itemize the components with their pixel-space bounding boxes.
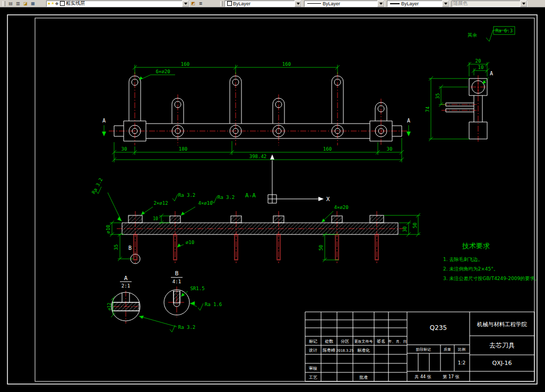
section-label: A-A — [245, 192, 256, 199]
surface-note-value: Ra 6.3 — [496, 28, 513, 33]
detail-b-scale: 4:1 — [172, 279, 181, 284]
chevron-down-icon[interactable] — [182, 1, 189, 7]
chevron-down-icon[interactable] — [295, 1, 301, 7]
dim-50-right-side: 50 — [412, 223, 418, 229]
detail-a-ra: Ra 3.2 — [178, 325, 196, 330]
detail-callout-a: A — [490, 71, 493, 76]
tb-check: 审核 — [309, 366, 317, 371]
layer-combo-value: 粗实线层 — [66, 0, 182, 7]
tb-date-value: 2018.3.25 — [336, 349, 353, 353]
tb-approve: 批准 — [359, 375, 368, 380]
tb-weight: 质量 — [444, 347, 451, 352]
y-axis-arrow — [270, 154, 274, 160]
layer-color-swatch[interactable] — [60, 1, 65, 6]
tech-req-item-1: 1. 去除毛刺飞边。 — [443, 257, 482, 262]
toolbar-grip[interactable] — [3, 1, 5, 6]
dim-4x10: 4×∅10 — [198, 201, 212, 206]
dim-35: 35 — [435, 93, 440, 99]
linetype-combo-value: ByLayer — [323, 1, 377, 6]
detail-callout-b: B — [128, 245, 132, 251]
plotstyle-combo-value: 随颜色 — [453, 0, 520, 7]
chevron-down-icon[interactable] — [520, 1, 527, 7]
dim-50-pin: 50 — [318, 245, 324, 251]
tb-sheets-total: 共 44 张 — [414, 374, 431, 379]
tb-scale-value: 1:2 — [458, 360, 465, 365]
tb-school: 机械与材料工程学院 — [477, 321, 527, 327]
plotstyle-combo[interactable]: 随颜色 — [452, 1, 527, 7]
detail-a-scale: 2:1 — [122, 283, 130, 289]
dim-35-pin: 35 — [114, 245, 119, 250]
dim-total-length: 398.42 — [249, 154, 267, 159]
dimension-arrowheads — [102, 76, 486, 319]
dim-20: 20 — [475, 58, 481, 64]
detail-b-label: B — [175, 270, 179, 277]
dim-30-left: 30 — [122, 146, 127, 152]
layer-isolate-icon[interactable]: ≣ — [197, 1, 204, 7]
th-signature: 签名 — [377, 339, 385, 344]
layer-combo[interactable]: ● ☀ ◆ 粗实线层 — [46, 1, 189, 7]
cad-canvas[interactable]: 160 160 6×∅20 A A 30 180 160 30 398.42 2… — [0, 0, 545, 392]
surface-note-prefix: 其余 — [468, 32, 477, 38]
section-mark-a-left: A — [102, 118, 106, 124]
layer-tools-icon[interactable]: ▦ — [29, 1, 37, 7]
autocad-window: ▤ ▥ ◪ ▦ ● ☀ ◆ 粗实线层 ◩ ≣ ByLayer ByLayer B… — [0, 0, 545, 392]
linetype-sample-icon — [307, 3, 321, 4]
layer-properties-icon[interactable]: ▤ — [7, 1, 14, 7]
dim-d10-left: ∅10 — [106, 225, 111, 233]
dim-10: 10 — [478, 65, 484, 70]
tb-drawing-no: QXJ-16 — [492, 360, 512, 367]
layer-on-icon[interactable]: ● — [48, 2, 50, 6]
detail-b-sr: SR1.5 — [190, 286, 204, 291]
tech-req-title: 技术要求 — [462, 242, 490, 250]
section-pins — [134, 234, 378, 260]
tb-material: Q235 — [430, 324, 447, 332]
lineweight-sample-icon — [390, 3, 400, 4]
layer-lock-icon[interactable]: ◆ — [55, 2, 58, 6]
layer-previous-icon[interactable]: ◩ — [189, 1, 197, 7]
x-axis-arrow — [318, 197, 324, 201]
tb-sheet-no: 第 17 张 — [443, 374, 459, 379]
detail-b-ra: Ra 1.6 — [205, 302, 222, 307]
th-mark: 标记 — [309, 339, 317, 344]
color-swatch — [227, 1, 232, 6]
tech-req-item-3: 3. 未注公差尺寸按GB/T4249-2009的要求。 — [443, 276, 539, 281]
ra-mid-2: Ra 3.2 — [218, 195, 235, 200]
dim-4x20: 4×∅20 — [334, 205, 348, 210]
dim-74: 74 — [425, 107, 430, 112]
lineweight-combo[interactable]: ByLayer — [387, 1, 449, 7]
chevron-down-icon[interactable] — [442, 1, 449, 7]
x-axis-label: X — [326, 196, 330, 203]
ra-mid-1: Ra 3.2 — [178, 193, 196, 198]
tech-req-item-2: 2. 未注倒角均为2×45°。 — [443, 266, 498, 272]
dim-6x20-leader: 6×∅20 — [155, 69, 170, 74]
dim-30-right: 30 — [387, 146, 393, 152]
linetype-combo[interactable]: ByLayer — [304, 1, 385, 7]
tb-design: 设计 — [309, 348, 317, 353]
layer-states-icon[interactable]: ◪ — [22, 1, 29, 7]
dim-d10-pin: ∅10 — [186, 240, 194, 245]
tb-process: 工艺 — [309, 375, 317, 380]
dim-160-right: 160 — [282, 62, 291, 67]
chevron-down-icon[interactable] — [377, 1, 384, 7]
th-date: 年、月、日 — [388, 339, 407, 344]
dim-160-left: 160 — [181, 62, 189, 67]
detail-a-label: A — [124, 275, 128, 282]
th-change-doc: 更改文件号 — [354, 339, 373, 344]
tb-part-name: 去芯刀具 — [489, 342, 515, 349]
tb-designer: 陈奇峰 — [323, 348, 335, 353]
annotations: 160 160 6×∅20 A A 30 180 160 30 398.42 2… — [91, 28, 539, 330]
layer-manager-icon[interactable]: ▥ — [14, 1, 22, 7]
toolbar-grip-2[interactable] — [220, 1, 223, 6]
dim-160-bottom: 160 — [323, 146, 332, 152]
tb-stage: 阶段标记 — [416, 347, 431, 352]
dim-30-right-side: 30 — [402, 227, 408, 232]
layers-properties-toolbar: ▤ ▥ ◪ ▦ ● ☀ ◆ 粗实线层 ◩ ≣ ByLayer ByLayer B… — [0, 0, 545, 7]
dim-2x12: 2×∅12 — [153, 201, 168, 206]
dim-10-block: 10 — [153, 216, 158, 221]
layer-freeze-icon[interactable]: ☀ — [51, 2, 55, 6]
dim-180: 180 — [179, 146, 187, 152]
color-combo[interactable]: ByLayer — [224, 1, 302, 7]
lineweight-combo-value: ByLayer — [401, 1, 442, 6]
section-mark-a-right: A — [407, 118, 410, 124]
detail-a-dim: ∅12 — [107, 303, 112, 311]
